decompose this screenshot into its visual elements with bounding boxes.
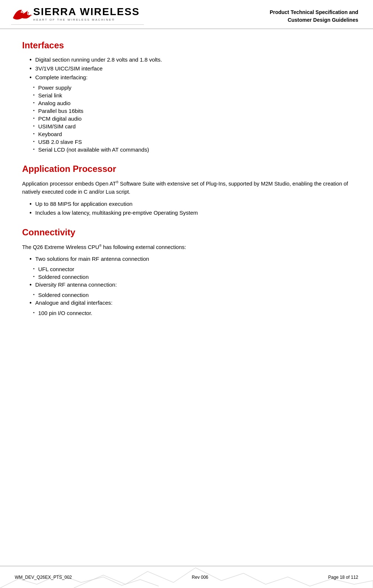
list-item: Digital section running under 2.8 volts … [22, 56, 351, 63]
sierra-logo-icon [11, 7, 33, 21]
logo-text: SIERRA WIRELESS HEART OF THE WIRELESS MA… [11, 7, 140, 21]
doc-title-line2: Customer Design Guidelines [270, 16, 358, 24]
connectivity-title: Connectivity [22, 227, 351, 238]
page-container: SIERRA WIRELESS HEART OF THE WIRELESS MA… [0, 0, 373, 588]
list-item: USIM/SIM card [33, 123, 351, 129]
list-item-text: Serial link [38, 92, 62, 98]
list-item: Complete interfacing: [22, 74, 351, 81]
footer-rev: Rev 006 [192, 575, 208, 580]
list-item: Two solutions for main RF antenna connec… [22, 256, 351, 262]
footer-doc-id: WM_DEV_Q26EX_PTS_002 [15, 575, 72, 580]
list-item: 100 pin I/O connector. [33, 310, 351, 316]
list-item: Diversity RF antenna connection: [22, 281, 351, 288]
list-item: Up to 88 MIPS for application execution [22, 201, 351, 207]
list-item-text: Soldered connection [38, 292, 89, 298]
connectivity-sub-list-3: 100 pin I/O connector. [33, 310, 351, 316]
connectivity-sub-list-2: Soldered connection [33, 292, 351, 298]
list-item-text: Includes a low latency, multitasking pre… [35, 210, 198, 216]
logo-area: SIERRA WIRELESS HEART OF THE WIRELESS MA… [11, 7, 144, 25]
list-item: PCM digital audio [33, 115, 351, 122]
list-item-text: 3V/1V8 UICC/SIM interface [35, 65, 103, 72]
footer: WM_DEV_Q26EX_PTS_002 Rev 006 Page 18 of … [0, 566, 373, 588]
list-item: Serial LCD (not available with AT comman… [33, 146, 351, 153]
app-processor-intro: Application processor embeds Open AT® So… [22, 180, 351, 196]
app-processor-title: Application Processor [22, 164, 351, 174]
doc-title-line1: Product Technical Specification and [270, 8, 358, 16]
list-item: UFL connector [33, 266, 351, 272]
interfaces-title: Interfaces [22, 40, 351, 51]
list-item-text: Soldered connection [38, 274, 89, 280]
header-divider [11, 24, 144, 25]
connectivity-intro: The Q26 Extreme Wireless CPU® has follow… [22, 243, 351, 252]
tagline: HEART OF THE WIRELESS MACHINE® [33, 18, 140, 21]
main-content: Interfaces Digital section running under… [0, 29, 373, 329]
doc-title: Product Technical Specification and Cust… [270, 7, 358, 24]
list-item-text: Complete interfacing: [35, 74, 88, 80]
interfaces-list: Digital section running under 2.8 volts … [22, 56, 351, 81]
connectivity-sub-list-1: UFL connector Soldered connection [33, 266, 351, 280]
list-item: Power supply [33, 84, 351, 91]
list-item: 3V/1V8 UICC/SIM interface [22, 65, 351, 72]
sierra-wireless-text: SIERRA WIRELESS HEART OF THE WIRELESS MA… [33, 7, 140, 21]
list-item-text: Power supply [38, 84, 72, 91]
list-item-text: Keyboard [38, 131, 62, 137]
list-item-text: 100 pin I/O connector. [38, 310, 93, 316]
list-item-text: Analogue and digital interfaces: [35, 300, 113, 306]
list-item-text: Parallel bus 16bits [38, 108, 84, 114]
list-item-text: Diversity RF antenna connection: [35, 281, 117, 288]
interfaces-sub-list: Power supply Serial link Analog audio Pa… [33, 84, 351, 153]
footer-page: Page 18 of 112 [328, 575, 358, 580]
list-item-text: USIM/SIM card [38, 123, 76, 129]
list-item: Soldered connection [33, 292, 351, 298]
list-item-text: Up to 88 MIPS for application execution [35, 201, 132, 207]
list-item: Soldered connection [33, 274, 351, 280]
list-item-text: UFL connector [38, 266, 75, 272]
list-item-text: Digital section running under 2.8 volts … [35, 56, 162, 63]
header: SIERRA WIRELESS HEART OF THE WIRELESS MA… [0, 0, 373, 29]
list-item-text: PCM digital audio [38, 115, 82, 122]
list-item-text: Two solutions for main RF antenna connec… [35, 256, 149, 262]
connectivity-list: Two solutions for main RF antenna connec… [22, 256, 351, 262]
list-item: Parallel bus 16bits [33, 108, 351, 114]
connectivity-list-2: Diversity RF antenna connection: [22, 281, 351, 288]
connectivity-list-3: Analogue and digital interfaces: [22, 300, 351, 306]
company-name: SIERRA WIRELESS [33, 7, 140, 17]
list-item: Serial link [33, 92, 351, 98]
list-item-text: Serial LCD (not available with AT comman… [38, 146, 149, 153]
list-item: USB 2.0 slave FS [33, 139, 351, 145]
list-item: Analogue and digital interfaces: [22, 300, 351, 306]
list-item: Keyboard [33, 131, 351, 137]
list-item: Includes a low latency, multitasking pre… [22, 210, 351, 216]
list-item-text: Analog audio [38, 100, 71, 106]
list-item-text: USB 2.0 slave FS [38, 139, 82, 145]
list-item: Analog audio [33, 100, 351, 106]
app-processor-list: Up to 88 MIPS for application execution … [22, 201, 351, 216]
